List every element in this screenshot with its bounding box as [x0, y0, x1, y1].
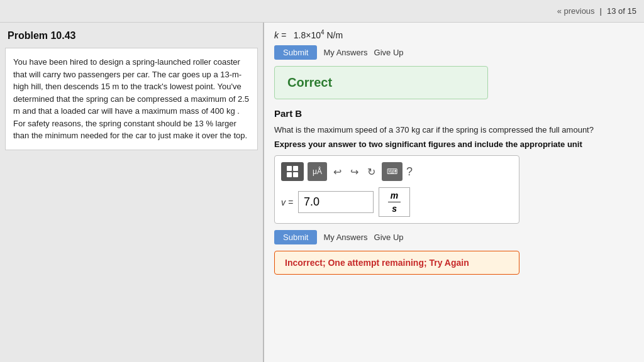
- v-label: v =: [281, 197, 293, 207]
- navigation-bar: « previous | 13 of 15: [557, 6, 636, 16]
- redo-button[interactable]: ↪: [348, 165, 361, 179]
- submit-row-b: Submit My Answers Give Up: [274, 230, 634, 244]
- answer-input[interactable]: [298, 191, 374, 213]
- part-b-title: Part B: [274, 108, 634, 119]
- grid-button[interactable]: [281, 162, 304, 181]
- submit-row-a: Submit My Answers Give Up: [274, 45, 634, 60]
- progress-indicator: 13 of 15: [607, 6, 636, 16]
- incorrect-feedback: Incorrect; One attempt remaining; Try Ag…: [274, 251, 519, 275]
- nav-separator: |: [600, 6, 602, 16]
- problem-title: Problem 10.43: [0, 30, 263, 48]
- my-answers-a-button[interactable]: My Answers: [323, 48, 367, 57]
- keyboard-button[interactable]: ⌨: [382, 162, 402, 181]
- correct-feedback: Correct: [274, 66, 488, 99]
- unit-fraction: m s: [379, 187, 410, 217]
- problem-text: You have been hired to design a spring-l…: [5, 48, 258, 150]
- help-icon[interactable]: ?: [406, 165, 413, 178]
- grid-icon: [287, 166, 298, 177]
- k-exponent: 4: [321, 29, 325, 36]
- submit-a-button[interactable]: Submit: [274, 45, 317, 60]
- grid-cell-4: [293, 172, 298, 177]
- left-panel: Problem 10.43 You have been hired to des…: [0, 23, 264, 362]
- unit-denominator: s: [392, 202, 397, 214]
- part-b-instruction: Express your answer to two significant f…: [274, 140, 634, 149]
- give-up-b-button[interactable]: Give Up: [374, 233, 404, 242]
- right-panel: k = 1.8×104 N/m Submit My Answers Give U…: [264, 23, 644, 362]
- top-bar: « previous | 13 of 15: [0, 0, 644, 23]
- my-answers-b-button[interactable]: My Answers: [323, 233, 367, 242]
- input-row: v = m s: [281, 187, 513, 217]
- grid-cell-1: [287, 166, 292, 171]
- k-unit-top: N: [326, 30, 333, 40]
- part-a-answer: k = 1.8×104 N/m: [274, 29, 634, 40]
- part-b-question: What is the maximum speed of a 370 kg ca…: [274, 124, 634, 136]
- k-label: k =: [274, 30, 291, 40]
- k-unit-bottom: m: [335, 30, 343, 40]
- submit-b-button[interactable]: Submit: [274, 230, 317, 244]
- refresh-button[interactable]: ↻: [365, 165, 378, 179]
- undo-button[interactable]: ↩: [331, 165, 344, 179]
- toolbar-row: μÅ ↩ ↪ ↻ ⌨ ?: [281, 162, 513, 181]
- previous-link[interactable]: « previous: [557, 6, 595, 16]
- main-content: Problem 10.43 You have been hired to des…: [0, 23, 644, 362]
- k-value: 1.8×104 N/m: [294, 30, 343, 40]
- answer-box: μÅ ↩ ↪ ↻ ⌨ ? v = m s: [274, 155, 519, 224]
- grid-cell-3: [287, 172, 292, 177]
- mu-button[interactable]: μÅ: [308, 162, 327, 181]
- grid-cell-2: [293, 166, 298, 171]
- give-up-a-button[interactable]: Give Up: [374, 48, 404, 57]
- unit-numerator: m: [388, 190, 401, 202]
